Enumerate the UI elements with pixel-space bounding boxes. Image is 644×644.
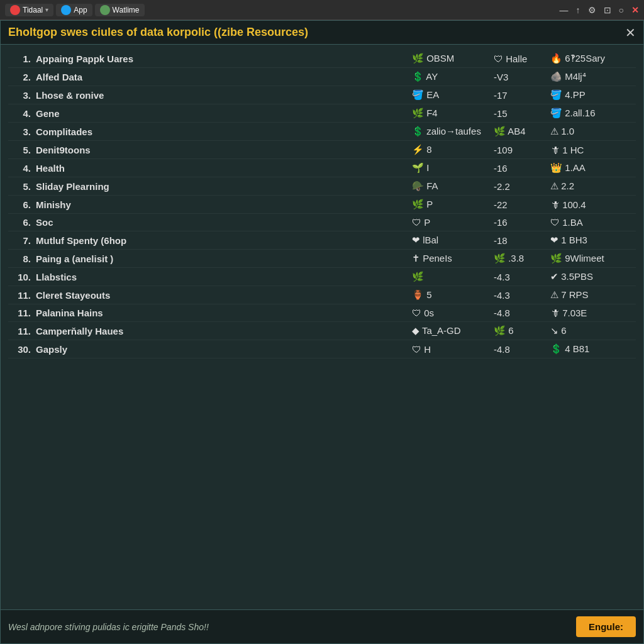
row-icon: 🪖 FA	[409, 177, 491, 196]
row-val2: 💲 4 B81	[548, 340, 636, 358]
taskbar-app-app[interactable]: App	[56, 4, 92, 16]
row-icon: ✝ PeneIs	[409, 250, 491, 268]
taskbar: Tidaal ▾ App Watlime — ↑ ⚙ ⊡ ○ ✕	[0, 0, 644, 20]
table-row: 30. Gapsly 🛡 H -4.8 💲 4 B81	[8, 340, 636, 358]
row-name: Sliday Plearning	[33, 177, 409, 196]
row-icon: 💲 AY	[409, 68, 491, 86]
table-row: 2. Alfed Data 💲 AY -V3 🪨 M4lj⁴	[8, 68, 636, 86]
row-num: 3.	[8, 123, 33, 141]
row-num: 5.	[8, 141, 33, 159]
row-val2: 🔥 6‽25Sary	[548, 50, 636, 68]
row-val2: 🪣 2.all.16	[548, 104, 636, 123]
row-val1: -2.2	[491, 177, 548, 196]
taskbar-app2-label: App	[74, 6, 87, 14]
row-name: Palanina Hains	[33, 304, 409, 322]
table-row: 5. Denit9toons ⚡ 8 -109 🗡 1 HC	[8, 141, 636, 159]
restore-btn[interactable]: ⊡	[604, 5, 611, 15]
row-val2: 🪣 4.PP	[548, 86, 636, 104]
row-val1: -4.8	[491, 304, 548, 322]
row-name: Paing a (anelisit )	[33, 250, 409, 268]
row-num: 3.	[8, 86, 33, 104]
row-num: 30.	[8, 340, 33, 358]
row-val2: 🛡 1.BA	[548, 214, 636, 231]
row-val2: 🪨 M4lj⁴	[548, 68, 636, 86]
row-val1: -17	[491, 86, 548, 104]
row-val1: -V3	[491, 68, 548, 86]
row-val1: 🛡 Halle	[491, 50, 548, 68]
data-table: 1. Appaing Pappk Uares 🌿 OBSM 🛡 Halle 🔥 …	[8, 50, 636, 358]
row-num: 4.	[8, 104, 33, 123]
row-val2: ❤ 1 BH3	[548, 231, 636, 250]
row-name: Minishy	[33, 196, 409, 214]
table-row: 3. Lhose & ronive 🪣 EA -17 🪣 4.PP	[8, 86, 636, 104]
row-val2: ⚠ 7 RPS	[548, 286, 636, 304]
row-val1: 🌿 .3.8	[491, 250, 548, 268]
circle-btn[interactable]: ○	[619, 5, 624, 15]
row-icon: 🏺 5	[409, 286, 491, 304]
row-icon: 🌿 OBSM	[409, 50, 491, 68]
row-val2: ⚠ 1.0	[548, 123, 636, 141]
row-val1: -22	[491, 196, 548, 214]
row-val2: 🗡 7.03E	[548, 304, 636, 322]
row-icon: 🌿 P	[409, 196, 491, 214]
table-row: 7. Mutluf Spenty (6hop ❤ lBal -18 ❤ 1 BH…	[8, 231, 636, 250]
row-name: Cleret Stayeouts	[33, 286, 409, 304]
table-row: 6. Soc 🛡 P -16 🛡 1.BA	[8, 214, 636, 231]
settings-icon[interactable]: ⚙	[588, 5, 596, 15]
table-row: 1. Appaing Pappk Uares 🌿 OBSM 🛡 Halle 🔥 …	[8, 50, 636, 68]
row-val2: 🗡 1 HC	[548, 141, 636, 159]
row-val1: -15	[491, 104, 548, 123]
table-row: 6. Minishy 🌿 P -22 🗡 100.4	[8, 196, 636, 214]
scroll-up-btn[interactable]: ↑	[576, 5, 580, 15]
row-name: Llabstics	[33, 268, 409, 286]
table-row: 4. Health 🌱 I -16 👑 1.AA	[8, 159, 636, 177]
row-val2: ⚠ 2.2	[548, 177, 636, 196]
taskbar-close-btn[interactable]: ✕	[631, 5, 639, 15]
row-val2: 👑 1.AA	[548, 159, 636, 177]
taskbar-app-watlime[interactable]: Watlime	[95, 4, 145, 16]
row-name: Gene	[33, 104, 409, 123]
row-icon: ◆ Ta_A-GD	[409, 322, 491, 340]
row-name: Appaing Pappk Uares	[33, 50, 409, 68]
row-val1: -4.3	[491, 286, 548, 304]
taskbar-app-tidaal[interactable]: Tidaal ▾	[5, 4, 53, 16]
table-row: 4. Gene 🌿 F4 -15 🪣 2.all.16	[8, 104, 636, 123]
row-name: Complitades	[33, 123, 409, 141]
row-icon: 💲 zalio→taufes	[409, 123, 491, 141]
row-num: 11.	[8, 322, 33, 340]
window-close-btn[interactable]: ✕	[625, 26, 636, 39]
footer: Wesl adnpore stíving pulidas ic erigitte…	[1, 609, 643, 643]
row-num: 11.	[8, 286, 33, 304]
row-val1: -4.3	[491, 268, 548, 286]
row-val1: -16	[491, 159, 548, 177]
table-row: 11. Cleret Stayeouts 🏺 5 -4.3 ⚠ 7 RPS	[8, 286, 636, 304]
row-num: 8.	[8, 250, 33, 268]
window-titlebar: Eholtgop swes ciules of data korpolic ((…	[1, 21, 643, 45]
engule-button[interactable]: Engule:	[576, 616, 636, 637]
row-val1: -18	[491, 231, 548, 250]
table-row: 10. Llabstics 🌿 -4.3 ✔ 3.5PBS	[8, 268, 636, 286]
row-name: Camperňally Haues	[33, 322, 409, 340]
content-area[interactable]: 1. Appaing Pappk Uares 🌿 OBSM 🛡 Halle 🔥 …	[1, 45, 643, 609]
row-icon: 🛡 H	[409, 340, 491, 358]
row-val2: ↘ 6	[548, 322, 636, 340]
table-row: 11. Camperňally Haues ◆ Ta_A-GD 🌿 6 ↘ 6	[8, 322, 636, 340]
row-num: 5.	[8, 177, 33, 196]
row-icon: ❤ lBal	[409, 231, 491, 250]
row-icon: 🌱 I	[409, 159, 491, 177]
row-icon: 🌿	[409, 268, 491, 286]
taskbar-app-label: Tidaal	[23, 6, 43, 14]
row-icon: ⚡ 8	[409, 141, 491, 159]
minimize-btn[interactable]: —	[560, 5, 569, 15]
row-num: 11.	[8, 304, 33, 322]
table-row: 3. Complitades 💲 zalio→taufes 🌿 AB4 ⚠ 1.…	[8, 123, 636, 141]
table-row: 11. Palanina Hains 🛡 0s -4.8 🗡 7.03E	[8, 304, 636, 322]
row-num: 10.	[8, 268, 33, 286]
row-val2: 🌿 9Wlimeet	[548, 250, 636, 268]
row-val1: 🌿 6	[491, 322, 548, 340]
row-val2: 🗡 100.4	[548, 196, 636, 214]
twitter-icon	[61, 5, 71, 15]
row-val2: ✔ 3.5PBS	[548, 268, 636, 286]
row-num: 6.	[8, 196, 33, 214]
row-val1: -16	[491, 214, 548, 231]
